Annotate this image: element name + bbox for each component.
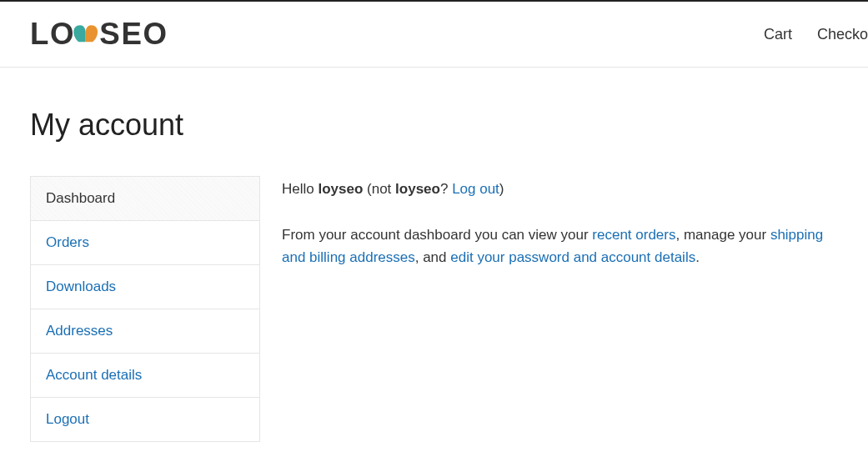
top-nav: Cart Checko [764,26,868,43]
main: My account Dashboard Orders Downloads Ad… [0,68,868,442]
page-title: My account [30,108,838,143]
header: LO SEO Cart Checko [0,2,868,68]
sidebar-item-label: Logout [31,398,259,441]
greeting-prefix: Hello [282,181,318,197]
logo-icon: LO SEO [30,17,197,52]
dashboard-description: From your account dashboard you can view… [282,223,838,269]
dashboard-panel: Hello loyseo (not loyseo? Log out) From … [282,176,838,442]
greeting-not-prefix: (not [363,181,395,197]
account-sidebar: Dashboard Orders Downloads Addresses Acc… [30,176,260,442]
desc-text: , and [415,249,451,265]
sidebar-item-downloads[interactable]: Downloads [31,265,259,309]
desc-text: , manage your [675,227,770,243]
greeting-not-suffix: ? [440,181,452,197]
svg-text:LO: LO [30,17,75,51]
sidebar-item-logout[interactable]: Logout [31,398,259,441]
sidebar-item-label: Orders [31,221,259,264]
logo[interactable]: LO SEO [30,17,197,52]
sidebar-item-label: Addresses [31,309,259,353]
greeting-not-username: loyseo [395,181,440,197]
nav-cart[interactable]: Cart [764,26,792,43]
sidebar-item-label: Dashboard [31,177,259,220]
edit-account-link[interactable]: edit your password and account details [450,249,695,265]
sidebar-item-account-details[interactable]: Account details [31,354,259,398]
sidebar-item-dashboard[interactable]: Dashboard [31,177,259,221]
content: Dashboard Orders Downloads Addresses Acc… [30,176,838,442]
greeting-close: ) [499,181,504,197]
desc-text: From your account dashboard you can view… [282,227,592,243]
logout-link[interactable]: Log out [452,181,499,197]
desc-text: . [695,249,700,265]
svg-text:SEO: SEO [99,17,168,51]
recent-orders-link[interactable]: recent orders [592,227,675,243]
sidebar-item-orders[interactable]: Orders [31,221,259,265]
sidebar-item-label: Account details [31,354,259,397]
nav-checkout[interactable]: Checko [817,26,868,43]
greeting-line: Hello loyseo (not loyseo? Log out) [282,178,838,200]
sidebar-item-addresses[interactable]: Addresses [31,309,259,354]
sidebar-item-label: Downloads [31,265,259,309]
greeting-username: loyseo [318,181,363,197]
